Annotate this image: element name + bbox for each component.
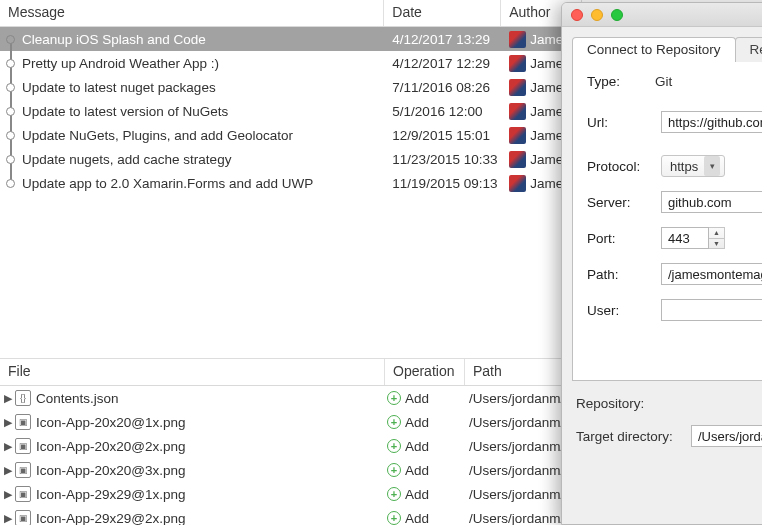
commit-date: 7/11/2016 08:26 <box>384 80 501 95</box>
add-icon: + <box>387 415 401 429</box>
add-icon: + <box>387 463 401 477</box>
port-stepper[interactable]: ▲▼ <box>661 227 725 249</box>
graph-node-icon <box>0 171 22 195</box>
commit-columns-header: Message Date Author <box>0 0 581 27</box>
add-icon: + <box>387 439 401 453</box>
chevron-up-icon[interactable]: ▲ <box>709 228 724 239</box>
avatar <box>509 127 526 144</box>
commit-row[interactable]: Update nugets, add cache strategy 11/23/… <box>0 147 581 171</box>
avatar <box>509 151 526 168</box>
user-input[interactable] <box>661 299 762 321</box>
disclosure-triangle-icon[interactable]: ▶ <box>0 512 14 525</box>
disclosure-triangle-icon[interactable]: ▶ <box>0 416 14 429</box>
repository-label: Repository: <box>576 396 691 411</box>
stepper-buttons[interactable]: ▲▼ <box>709 227 725 249</box>
commit-row[interactable]: Update to latest nuget packages 7/11/201… <box>0 75 581 99</box>
window-zoom-button[interactable] <box>611 9 623 21</box>
dialog-lower-section: Repository: Target directory: <box>562 382 762 447</box>
commit-message: Update app to 2.0 Xamarin.Forms and add … <box>22 176 384 191</box>
disclosure-triangle-icon[interactable]: ▶ <box>0 440 14 453</box>
tab-registered[interactable]: Registe <box>735 37 762 62</box>
tab-connect-to-repository[interactable]: Connect to Repository <box>572 37 736 62</box>
file-name: Icon-App-20x20@1x.png <box>36 415 381 430</box>
add-icon: + <box>387 391 401 405</box>
user-label: User: <box>587 303 661 318</box>
port-input[interactable] <box>661 227 709 249</box>
commit-history-pane: Message Date Author Cleanup iOS Splash a… <box>0 0 582 195</box>
graph-node-icon <box>0 123 22 147</box>
server-input[interactable] <box>661 191 762 213</box>
file-row[interactable]: ▶ ▣ Icon-App-20x20@1x.png + Add /Users/j… <box>0 410 582 434</box>
changed-files-pane: File Operation Path ▶ {} Contents.json +… <box>0 358 582 525</box>
file-name: Icon-App-20x20@2x.png <box>36 439 381 454</box>
commit-date: 5/1/2016 12:00 <box>384 104 501 119</box>
image-file-icon: ▣ <box>15 438 31 454</box>
commit-row[interactable]: Update NuGets, Plugins, and add Geolocat… <box>0 123 581 147</box>
commit-date: 11/19/2015 09:13 <box>384 176 501 191</box>
column-header-message[interactable]: Message <box>0 0 384 26</box>
commit-date: 12/9/2015 15:01 <box>384 128 501 143</box>
column-header-operation[interactable]: Operation <box>385 359 465 385</box>
commit-message: Update to latest version of NuGets <box>22 104 384 119</box>
commit-row[interactable]: Cleanup iOS Splash and Code 4/12/2017 13… <box>0 27 581 51</box>
file-operation-cell: + Add <box>381 511 461 526</box>
file-operation-cell: + Add <box>381 391 461 406</box>
image-file-icon: ▣ <box>15 486 31 502</box>
dialog-tabstrip: Connect to Repository Registe <box>572 37 762 62</box>
file-operation: Add <box>405 487 429 502</box>
image-file-icon: ▣ <box>15 462 31 478</box>
avatar <box>509 79 526 96</box>
avatar <box>509 175 526 192</box>
graph-node-icon <box>0 27 22 51</box>
file-operation: Add <box>405 415 429 430</box>
disclosure-triangle-icon[interactable]: ▶ <box>0 392 14 405</box>
file-row[interactable]: ▶ ▣ Icon-App-29x29@1x.png + Add /Users/j… <box>0 482 582 506</box>
graph-node-icon <box>0 51 22 75</box>
target-directory-label: Target directory: <box>576 429 691 444</box>
commit-row[interactable]: Update to latest version of NuGets 5/1/2… <box>0 99 581 123</box>
file-name: Icon-App-20x20@3x.png <box>36 463 381 478</box>
image-file-icon: ▣ <box>15 510 31 525</box>
file-row[interactable]: ▶ ▣ Icon-App-20x20@2x.png + Add /Users/j… <box>0 434 582 458</box>
server-label: Server: <box>587 195 661 210</box>
add-icon: + <box>387 487 401 501</box>
file-operation-cell: + Add <box>381 439 461 454</box>
file-row[interactable]: ▶ {} Contents.json + Add /Users/jordanm/… <box>0 386 582 410</box>
file-name: Icon-App-29x29@2x.png <box>36 511 381 526</box>
url-input[interactable] <box>661 111 762 133</box>
file-name: Contents.json <box>36 391 381 406</box>
disclosure-triangle-icon[interactable]: ▶ <box>0 464 14 477</box>
file-name: Icon-App-29x29@1x.png <box>36 487 381 502</box>
connect-tab-panel: Type: Git Url: Protocol: https ▾ Server:… <box>572 61 762 381</box>
disclosure-triangle-icon[interactable]: ▶ <box>0 488 14 501</box>
file-row[interactable]: ▶ ▣ Icon-App-20x20@3x.png + Add /Users/j… <box>0 458 582 482</box>
file-operation: Add <box>405 463 429 478</box>
file-row[interactable]: ▶ ▣ Icon-App-29x29@2x.png + Add /Users/j… <box>0 506 582 525</box>
connect-repository-dialog: Connect to Repository Registe Type: Git … <box>561 2 762 525</box>
commit-message: Cleanup iOS Splash and Code <box>22 32 384 47</box>
commit-row[interactable]: Pretty up Android Weather App :) 4/12/20… <box>0 51 581 75</box>
file-columns-header: File Operation Path <box>0 359 582 386</box>
commit-date: 11/23/2015 10:33 <box>384 152 501 167</box>
avatar <box>509 103 526 120</box>
path-label: Path: <box>587 267 661 282</box>
graph-node-icon <box>0 99 22 123</box>
graph-node-icon <box>0 147 22 171</box>
window-minimize-button[interactable] <box>591 9 603 21</box>
commit-row[interactable]: Update app to 2.0 Xamarin.Forms and add … <box>0 171 581 195</box>
window-close-button[interactable] <box>571 9 583 21</box>
window-titlebar <box>562 3 762 27</box>
protocol-value: https <box>670 159 698 174</box>
protocol-select[interactable]: https ▾ <box>661 155 725 177</box>
chevron-down-icon[interactable]: ▼ <box>709 239 724 249</box>
graph-node-icon <box>0 75 22 99</box>
avatar <box>509 31 526 48</box>
file-operation-cell: + Add <box>381 463 461 478</box>
type-value: Git <box>651 74 672 89</box>
column-header-file[interactable]: File <box>0 359 385 385</box>
column-header-date[interactable]: Date <box>384 0 501 26</box>
protocol-label: Protocol: <box>587 159 661 174</box>
target-directory-input[interactable] <box>691 425 762 447</box>
path-input[interactable] <box>661 263 762 285</box>
image-file-icon: ▣ <box>15 414 31 430</box>
